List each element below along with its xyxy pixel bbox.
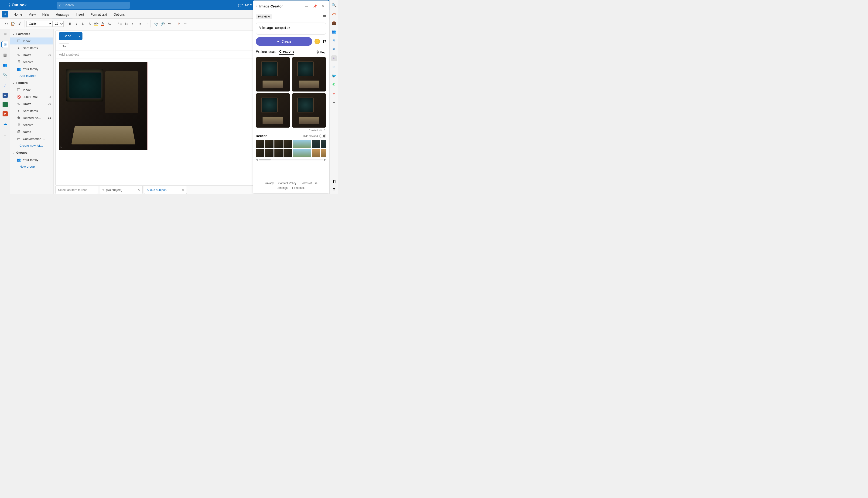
rr-tag-icon[interactable]: 🏷 [331,11,337,17]
folder-archive[interactable]: 🗄Archive [10,58,53,65]
rr-briefcase-icon[interactable]: 💼 [331,20,337,26]
rail-word-icon[interactable]: W [2,93,8,98]
help-link[interactable]: ⓘHelp [316,50,326,54]
rail-more-apps-icon[interactable]: ⊞ [2,131,8,137]
format-painter-button[interactable]: 🖌 [17,21,23,27]
send-button[interactable]: Send ▾ [59,32,82,40]
search-input[interactable] [63,3,128,7]
font-size-select[interactable]: 12 [52,21,64,27]
app-launcher-icon[interactable]: ⋮⋮⋮ [0,2,10,8]
rail-files-icon[interactable]: 📎 [2,72,8,78]
content-policy-link[interactable]: Content Policy [278,182,296,185]
tab-view[interactable]: View [25,11,39,18]
generated-image-4[interactable] [292,93,326,128]
signature-button[interactable]: ✒▾ [167,21,173,27]
hide-blocked-toggle[interactable] [319,134,326,138]
recent-set-4[interactable] [312,140,326,157]
scroll-right-icon[interactable]: ▶ [324,158,326,161]
add-favorite-link[interactable]: Add favorite [10,73,53,79]
close-icon[interactable]: ✕ [320,4,326,8]
creations-tab[interactable]: Creations [279,50,295,55]
inserted-image[interactable]: b [59,62,147,150]
rr-whatsapp-icon[interactable]: ✆ [331,82,337,88]
folder-sent-2[interactable]: ➤Sent Items [10,107,53,114]
outdent-button[interactable]: ⇤ [130,21,136,27]
rail-powerpoint-icon[interactable]: P [2,111,8,116]
rr-outlook-icon[interactable]: ✉ [331,47,337,52]
draft-tab-1[interactable]: ✎(No subject)✕ [100,186,143,194]
rail-mail-icon[interactable]: ✉ [2,31,8,37]
explore-tab[interactable]: Explore ideas [256,50,275,54]
folder-sent[interactable]: ➤Sent Items [10,44,53,51]
rr-designer-icon[interactable]: ✦ [331,55,337,61]
indent-button[interactable]: ⇥ [137,21,143,27]
importance-button[interactable]: !▾ [176,21,182,27]
send-dropdown[interactable]: ▾ [76,32,82,40]
rr-send-icon[interactable]: ✈ [331,64,337,70]
tab-message[interactable]: Message [52,11,73,18]
bold-button[interactable]: B [67,21,73,27]
highlight-button[interactable]: ab▾ [93,21,100,27]
to-button[interactable]: To [59,43,69,49]
tab-options[interactable]: Options [110,11,128,18]
rr-gmail-icon[interactable]: M [331,91,337,96]
recent-set-3[interactable] [293,140,311,157]
strike-button[interactable]: S [87,21,93,27]
rail-excel-icon[interactable]: X [2,102,8,107]
tab-format-text[interactable]: Format text [87,11,110,18]
tab-home[interactable]: Home [10,11,25,18]
folder-drafts[interactable]: ✎Drafts20 [10,51,53,58]
search-box[interactable]: ⌕ [57,2,130,9]
rr-people-icon[interactable]: 👥 [331,29,337,35]
generated-image-1[interactable] [256,57,290,92]
underline-button[interactable]: U [80,21,86,27]
folder-archive-2[interactable]: 🗄Archive [10,121,53,128]
favorites-section[interactable]: ⌄Favorites [10,30,53,38]
group-your-family[interactable]: 👥Your family [10,156,53,163]
groups-section[interactable]: ⌄Groups [10,149,53,156]
rail-calendar-icon[interactable]: ▦ [2,52,8,58]
select-item-tab[interactable]: Select an item to read [55,186,98,194]
numbering-button[interactable]: 1≡ [124,21,130,27]
settings-link[interactable]: Settings [277,186,287,189]
terms-link[interactable]: Terms of Use [301,182,318,185]
more-icon[interactable]: ⋮ [295,4,301,8]
generated-image-3[interactable] [256,93,290,128]
rr-add-icon[interactable]: ＋ [331,100,337,105]
rr-settings-icon[interactable]: ⚙ [331,186,337,192]
folder-conversation[interactable]: 🗀Conversation … [10,135,53,142]
rr-twitter-icon[interactable]: 🐦 [331,73,337,79]
more-para-button[interactable]: ⋯ [143,21,149,27]
rr-search-icon[interactable]: 🔍 [331,2,337,8]
folder-junk[interactable]: 🚫Junk Email3 [10,93,53,100]
back-icon[interactable]: ‹ [256,4,257,9]
folder-deleted[interactable]: 🗑Deleted Ite…11 [10,114,53,121]
recent-scrollbar[interactable] [259,159,323,160]
font-color-button[interactable]: A▾ [100,21,106,27]
clear-format-button[interactable]: Aₓ [106,21,113,27]
folder-inbox[interactable]: 🞔Inbox [10,38,53,44]
italic-button[interactable]: I [74,21,80,27]
folder-your-family[interactable]: 👥Your family [10,65,53,73]
tab-help[interactable]: Help [39,11,52,18]
close-icon[interactable]: ✕ [182,188,184,192]
recent-set-2[interactable] [274,140,292,157]
rr-sidebar-icon[interactable]: ◧ [331,179,337,184]
pin-icon[interactable]: 📌 [312,4,318,8]
rail-mail-active-icon[interactable]: ✉ [2,41,8,48]
privacy-link[interactable]: Privacy [264,182,273,185]
recent-set-1[interactable] [256,140,273,157]
folder-drafts-2[interactable]: ✎Drafts20 [10,100,53,107]
more-options-button[interactable]: ⋯ [183,21,189,27]
rail-onedrive-icon[interactable]: ☁ [2,121,8,127]
paste-button[interactable]: 📋▾ [10,21,16,27]
font-select[interactable]: Calibri [26,21,52,27]
prompt-input[interactable]: Vintage computer [256,23,326,35]
scroll-left-icon[interactable]: ◀ [256,158,258,161]
undo-button[interactable]: ↶▾ [3,21,9,27]
create-folder-link[interactable]: Create new fol… [10,142,53,149]
generated-image-2[interactable] [292,57,326,92]
attach-button[interactable]: 📎▾ [153,21,159,27]
bullets-button[interactable]: ⋮≡ [116,21,123,27]
close-icon[interactable]: ✕ [138,188,140,192]
